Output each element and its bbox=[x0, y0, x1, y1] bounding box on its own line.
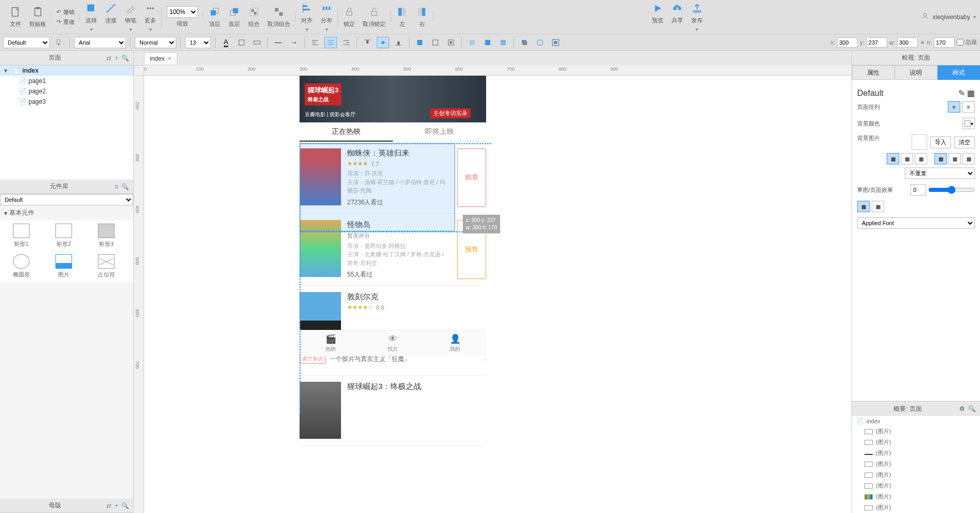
sketch-input[interactable] bbox=[911, 184, 926, 196]
dock-right-button[interactable]: 右 bbox=[416, 6, 428, 28]
movie-banner[interactable]: 猩球崛起3终极之战 豆瓣电影 | 观影会客厅 主创专访实录 bbox=[300, 76, 486, 122]
clear-button[interactable]: 清空 bbox=[954, 136, 975, 148]
outline-item[interactable]: (图片) bbox=[852, 437, 980, 448]
ungroup-button[interactable]: 取消组合 bbox=[267, 6, 290, 28]
outline-item[interactable]: (图片) bbox=[852, 448, 980, 459]
padding-btn[interactable] bbox=[549, 37, 562, 48]
align-right-button[interactable] bbox=[340, 37, 352, 48]
weight-select[interactable]: Normal bbox=[135, 37, 176, 48]
fill-btn-1[interactable] bbox=[414, 37, 426, 48]
link-icon[interactable]: ⚭ bbox=[920, 39, 925, 46]
bg-color-picker[interactable]: ▾ bbox=[962, 118, 975, 129]
share-button[interactable]: 共享 bbox=[671, 2, 684, 32]
page-tree-item[interactable]: 📄page2 bbox=[0, 86, 133, 96]
page-tree-root[interactable]: ▾ 📄 index bbox=[0, 65, 133, 76]
bg-align-btn[interactable]: ▦ bbox=[887, 153, 899, 164]
outline-item[interactable]: (图片) bbox=[852, 502, 980, 513]
bg-valign-btn[interactable]: ▦ bbox=[948, 153, 961, 164]
search-icon[interactable]: 🔍 bbox=[968, 405, 976, 412]
sketch-gray-btn[interactable]: ▦ bbox=[872, 201, 884, 212]
bg-align-btn[interactable]: ▦ bbox=[915, 153, 927, 164]
canvas-tab[interactable]: index × bbox=[144, 52, 177, 64]
widget-menu-icon[interactable]: ≡ bbox=[115, 183, 118, 190]
select-tool[interactable]: 选择▾ bbox=[85, 2, 97, 32]
send-back-button[interactable]: 底层 bbox=[228, 6, 240, 28]
h-input[interactable] bbox=[934, 37, 955, 48]
style-preset-select[interactable]: Default bbox=[3, 37, 50, 48]
page-folder-icon[interactable]: ⇄ bbox=[106, 54, 111, 62]
align-center-button[interactable] bbox=[324, 37, 337, 48]
page-search-icon[interactable]: 🔍 bbox=[121, 54, 129, 62]
lock-button[interactable]: 锁定 bbox=[343, 6, 356, 28]
distribute-button[interactable]: 分布▾ bbox=[320, 2, 333, 32]
widget-ellipse[interactable]: 椭圆形 bbox=[3, 254, 39, 279]
redo-button[interactable]: ↷重做 bbox=[56, 18, 75, 26]
page-align-left[interactable]: ≡ bbox=[948, 101, 960, 113]
tab-notes[interactable]: 说明 bbox=[894, 65, 937, 80]
widget-rect1[interactable]: 矩形1 bbox=[3, 224, 39, 248]
dock-left-button[interactable]: 左 bbox=[396, 6, 408, 28]
bg-valign-btn[interactable]: ▦ bbox=[934, 153, 947, 164]
outline-item[interactable]: (图片) bbox=[852, 459, 980, 469]
text-color-button[interactable]: A bbox=[220, 37, 232, 48]
shadow-btn[interactable] bbox=[518, 37, 531, 48]
opacity-btn-1[interactable] bbox=[466, 37, 478, 48]
line-style-button[interactable]: — bbox=[272, 37, 285, 48]
more-tool[interactable]: 更多▾ bbox=[144, 2, 157, 32]
outline-item[interactable]: (图片) bbox=[852, 480, 980, 491]
widget-rect3[interactable]: 矩形3 bbox=[88, 224, 124, 248]
align-left-button[interactable] bbox=[309, 37, 321, 48]
collapse-icon[interactable]: ▾ bbox=[4, 67, 10, 74]
bring-front-button[interactable]: 顶层 bbox=[208, 6, 221, 28]
corner-btn[interactable] bbox=[534, 37, 546, 48]
outline-root[interactable]: 📄index bbox=[852, 416, 980, 426]
nav-hotshow[interactable]: 🎬热映 bbox=[300, 330, 362, 356]
widget-category[interactable]: ▾基本元件 bbox=[0, 205, 133, 220]
widget-rect2[interactable]: 矩形2 bbox=[46, 224, 82, 248]
arrow-button[interactable]: → bbox=[288, 37, 300, 48]
border-button[interactable] bbox=[251, 37, 263, 48]
canvas-viewport[interactable]: 猩球崛起3终极之战 豆瓣电影 | 观影会客厅 主创专访实录 正在热映 即将上映 … bbox=[144, 76, 851, 513]
align-button[interactable]: 对齐▾ bbox=[301, 2, 313, 32]
valign-top-button[interactable] bbox=[361, 37, 374, 48]
master-add-icon[interactable]: + bbox=[115, 502, 118, 509]
widget-library-select[interactable]: Default bbox=[0, 194, 133, 205]
tab-coming-soon[interactable]: 即将上映 bbox=[393, 122, 486, 142]
fill-color-button[interactable] bbox=[235, 37, 248, 48]
tab-now-showing[interactable]: 正在热映 bbox=[300, 122, 393, 142]
connect-tool[interactable]: 连接 bbox=[105, 2, 117, 32]
sketch-slider[interactable] bbox=[928, 184, 975, 196]
w-input[interactable] bbox=[897, 37, 918, 48]
valign-bottom-button[interactable] bbox=[392, 37, 405, 48]
page-add-icon[interactable]: + bbox=[115, 54, 118, 62]
x-input[interactable] bbox=[837, 37, 858, 48]
outline-item[interactable]: (图片) bbox=[852, 426, 980, 437]
clipboard-menu[interactable]: 剪贴板 bbox=[29, 6, 46, 28]
hide-checkbox[interactable] bbox=[957, 39, 963, 46]
movie-item[interactable]: 猩球崛起3：终极之战 bbox=[300, 376, 486, 446]
paint-icon[interactable] bbox=[53, 37, 65, 48]
font-select[interactable]: Arial bbox=[74, 37, 126, 48]
applied-font-select[interactable]: Applied Font bbox=[857, 217, 975, 229]
page-tree-item[interactable]: 📄page3 bbox=[0, 96, 133, 107]
nav-find[interactable]: 👁找片 bbox=[362, 330, 424, 356]
pen-tool[interactable]: 钢笔▾ bbox=[124, 2, 137, 32]
undo-button[interactable]: ↶撤销 bbox=[56, 8, 75, 16]
valign-middle-button[interactable] bbox=[377, 37, 389, 48]
bg-align-btn[interactable]: ▦ bbox=[901, 153, 913, 164]
filter-icon[interactable]: ⚙ bbox=[959, 405, 965, 412]
import-button[interactable]: 导入 bbox=[930, 136, 951, 148]
nav-mine[interactable]: 👤我的 bbox=[424, 330, 486, 356]
publish-button[interactable]: 发布▾ bbox=[691, 2, 703, 32]
bg-repeat-select[interactable]: 不重复 bbox=[905, 168, 975, 179]
group-button[interactable]: 组合 bbox=[248, 6, 260, 28]
y-input[interactable] bbox=[867, 37, 887, 48]
widget-image[interactable]: 图片 bbox=[46, 254, 82, 279]
master-folder-icon[interactable]: ⇄ bbox=[106, 502, 111, 509]
style-menu-icon[interactable]: ▦ bbox=[967, 88, 975, 98]
opacity-btn-2[interactable] bbox=[481, 37, 494, 48]
fill-btn-2[interactable] bbox=[429, 37, 442, 48]
sketch-color-btn[interactable]: ▦ bbox=[857, 201, 870, 212]
zoom-select[interactable]: 100% bbox=[167, 6, 198, 18]
outline-item[interactable]: (图片) bbox=[852, 469, 980, 480]
